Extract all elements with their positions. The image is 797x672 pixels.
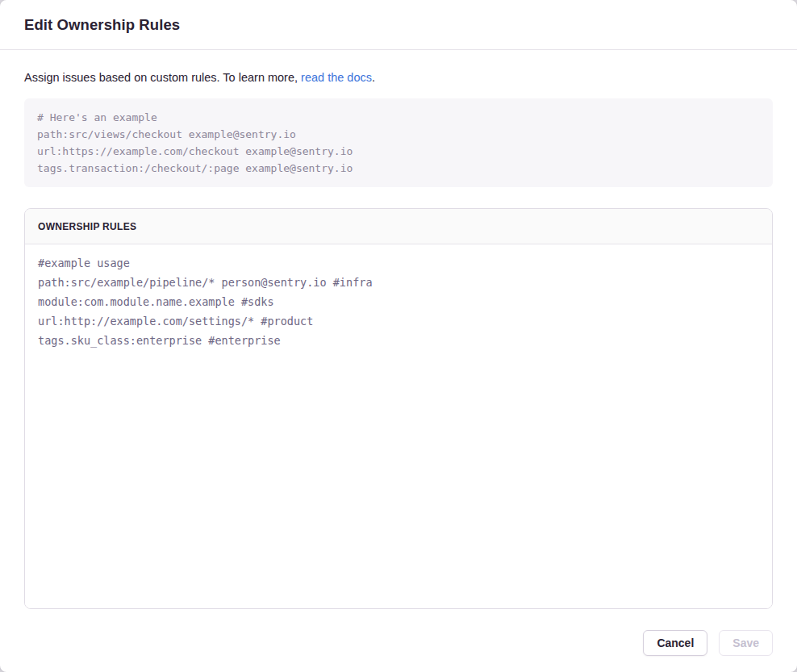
save-button[interactable]: Save [719,630,773,656]
modal-body: Assign issues based on custom rules. To … [0,50,797,609]
modal-footer: Cancel Save [0,609,797,672]
edit-ownership-rules-modal: Edit Ownership Rules Assign issues based… [0,0,797,672]
ownership-rules-panel-title: OWNERSHIP RULES [38,221,136,232]
ownership-rules-panel: OWNERSHIP RULES #example usage path:src/… [24,208,773,609]
example-code-block: # Here's an example path:src/views/check… [24,98,773,187]
modal-header: Edit Ownership Rules [0,0,797,50]
description-text: Assign issues based on custom rules. To … [24,71,301,84]
description: Assign issues based on custom rules. To … [24,69,773,86]
cancel-button[interactable]: Cancel [643,630,707,656]
modal-title: Edit Ownership Rules [24,16,180,34]
ownership-rules-textarea[interactable]: #example usage path:src/example/pipeline… [25,244,772,608]
description-period: . [372,71,375,84]
ownership-rules-panel-header: OWNERSHIP RULES [25,209,772,244]
read-the-docs-link[interactable]: read the docs [301,71,372,84]
